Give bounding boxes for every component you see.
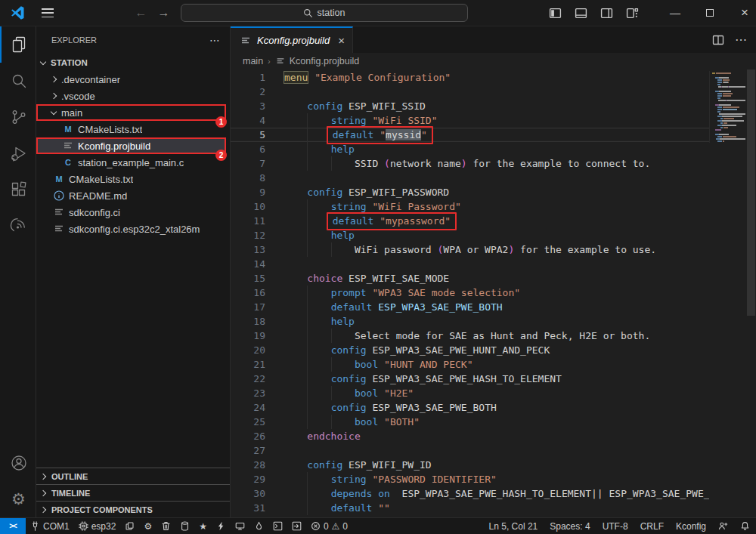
tab-close-icon[interactable]: × <box>338 34 345 47</box>
toggle-primary-sidebar-icon[interactable] <box>549 7 562 20</box>
code-line-16[interactable]: 16 prompt "WPA3 SAE mode selection" <box>231 286 709 300</box>
code-line-20[interactable]: 20 config ESP_WPA3_SAE_PWE_HUNT_AND_PECK <box>231 343 709 357</box>
back-icon[interactable]: ← <box>135 7 147 19</box>
code-line-29[interactable]: 29 string "PASSWORD IDENTIFIER" <box>231 472 709 486</box>
serial-port-item[interactable]: COM1 <box>26 518 74 534</box>
code-line-28[interactable]: 28 config ESP_WIFI_PW_ID <box>231 458 709 472</box>
editor-scrollbar[interactable] <box>746 69 756 517</box>
language-mode-item[interactable]: Kconfig <box>670 518 712 534</box>
search-tab-icon[interactable] <box>0 63 36 99</box>
explorer-item-sdkconfig-ci-esp32c2-xtal26m[interactable]: sdkconfig.ci.esp32c2_xtal26m <box>36 221 226 237</box>
import-project-button[interactable] <box>287 518 306 534</box>
explorer-tab-icon[interactable] <box>0 26 36 63</box>
build-button[interactable] <box>175 518 194 534</box>
erase-flash-button[interactable] <box>249 518 268 534</box>
explorer-item-cmakelists-txt[interactable]: MCMakeLists.txt <box>36 121 226 137</box>
line-number: 22 <box>231 372 284 386</box>
file-tree: STATION.devcontainer.vscodemain1MCMakeLi… <box>36 53 230 468</box>
vscode-window: ← → station — × <box>0 0 756 534</box>
explorer-item--devcontainer[interactable]: .devcontainer <box>36 71 226 88</box>
code-line-11[interactable]: 11 default "mypassword" <box>231 214 709 228</box>
toggle-panel-icon[interactable] <box>575 7 587 20</box>
code-line-4[interactable]: 4 string "WiFi SSID" <box>231 113 709 128</box>
code-editor[interactable]: 1menu "Example Configuration"23 config E… <box>231 69 756 517</box>
breadcrumb-folder[interactable]: main <box>243 56 263 66</box>
code-line-18[interactable]: 18 help <box>231 314 709 329</box>
explorer-item-readme-md[interactable]: README.md <box>36 187 226 204</box>
explorer-item-station[interactable]: STATION <box>36 54 226 71</box>
full-clean-button[interactable] <box>156 518 175 534</box>
search-input[interactable]: station <box>181 4 468 22</box>
explorer-item-kconfig-projbuild[interactable]: Kconfig.projbuild2 <box>36 137 226 154</box>
source-control-tab-icon[interactable] <box>0 99 36 135</box>
extensions-tab-icon[interactable] <box>0 171 36 208</box>
menuconfig-button[interactable]: ⚙ <box>139 518 156 534</box>
code-line-19[interactable]: 19 Select mode for SAE as Hunt and Peck,… <box>231 329 709 343</box>
minimap[interactable] <box>709 71 745 143</box>
device-target-item[interactable]: esp32 <box>74 518 121 534</box>
flash-method-button[interactable] <box>120 518 139 534</box>
close-button[interactable]: × <box>733 5 756 20</box>
terminal-button[interactable] <box>268 518 287 534</box>
minimize-button[interactable]: — <box>664 7 686 19</box>
code-line-14[interactable]: 14 <box>231 257 709 271</box>
code-line-25[interactable]: 25 bool "BOTH" <box>231 415 709 429</box>
code-line-3[interactable]: 3 config ESP_WIFI_SSID <box>231 99 709 113</box>
explorer-item-cmakelists-txt[interactable]: MCMakeLists.txt <box>36 171 226 187</box>
flash-device-button[interactable] <box>212 518 231 534</box>
code-line-22[interactable]: 22 config ESP_WPA3_SAE_PWE_HASH_TO_ELEME… <box>231 372 709 386</box>
explorer-item-main[interactable]: main1 <box>36 104 226 121</box>
line-number: 18 <box>231 314 284 329</box>
split-editor-icon[interactable] <box>712 34 724 46</box>
code-line-30[interactable]: 30 depends on ESP_WPA3_SAE_PWE_HASH_TO_E… <box>231 486 709 501</box>
code-line-1[interactable]: 1menu "Example Configuration" <box>231 70 709 85</box>
code-line-13[interactable]: 13 WiFi password (WPA or WPA2) for the e… <box>231 242 709 257</box>
code-line-31[interactable]: 31 default "" <box>231 501 709 515</box>
maximize-button[interactable] <box>699 7 721 19</box>
select-flash-button[interactable]: ★ <box>194 518 212 534</box>
run-debug-tab-icon[interactable] <box>0 135 36 171</box>
cursor-position-item[interactable]: Ln 5, Col 21 <box>483 518 544 534</box>
menu-icon[interactable] <box>42 8 54 17</box>
outline-section[interactable]: OUTLINE <box>36 468 230 484</box>
code-line-5[interactable]: 5 default "myssid" <box>231 128 709 142</box>
indentation-item[interactable]: Spaces: 4 <box>544 518 596 534</box>
code-line-12[interactable]: 12 help <box>231 228 709 242</box>
code-line-10[interactable]: 10 string "WiFi Password" <box>231 199 709 214</box>
toggle-secondary-sidebar-icon[interactable] <box>600 7 613 20</box>
account-icon[interactable] <box>0 445 36 481</box>
encoding-item[interactable]: UTF-8 <box>596 518 634 534</box>
code-line-2[interactable]: 2 <box>231 85 709 99</box>
code-line-24[interactable]: 24 config ESP_WPA3_SAE_PWE_BOTH <box>231 400 709 415</box>
explorer-item-station-example-main-c[interactable]: Cstation_example_main.c <box>36 154 226 171</box>
code-line-9[interactable]: 9 config ESP_WIFI_PASSWORD <box>231 185 709 199</box>
timeline-section[interactable]: TIMELINE <box>36 484 230 501</box>
feedback-icon[interactable] <box>712 518 734 534</box>
settings-gear-icon[interactable]: ⚙ <box>0 481 36 517</box>
project-components-section[interactable]: PROJECT COMPONENTS <box>36 501 230 517</box>
explorer-item-sdkconfig-ci[interactable]: sdkconfig.ci <box>36 204 226 221</box>
eol-item[interactable]: CRLF <box>634 518 670 534</box>
code-line-21[interactable]: 21 bool "HUNT AND PECK" <box>231 357 709 372</box>
editor-more-actions-icon[interactable]: ⋯ <box>735 32 747 47</box>
notifications-bell-icon[interactable] <box>734 518 756 534</box>
code-line-15[interactable]: 15 choice ESP_WIFI_SAE_MODE <box>231 271 709 286</box>
code-line-6[interactable]: 6 help <box>231 142 709 156</box>
code-line-8[interactable]: 8 <box>231 171 709 185</box>
problems-item[interactable]: 0 ⚠ 0 <box>306 518 352 534</box>
code-line-7[interactable]: 7 SSID (network name) for the example to… <box>231 156 709 171</box>
explorer-item--vscode[interactable]: .vscode <box>36 88 226 104</box>
forward-icon[interactable]: → <box>158 7 170 19</box>
customize-layout-icon[interactable] <box>626 7 639 20</box>
remote-indicator[interactable]: >< <box>0 518 26 534</box>
explorer-actions-icon[interactable]: ⋯ <box>209 34 221 46</box>
code-line-23[interactable]: 23 bool "H2E" <box>231 386 709 400</box>
code-line-27[interactable]: 27 <box>231 443 709 458</box>
monitor-device-button[interactable] <box>231 518 249 534</box>
espressif-idf-tab-icon[interactable] <box>0 208 36 244</box>
code-line-26[interactable]: 26 endchoice <box>231 429 709 443</box>
breadcrumb-file[interactable]: Kconfig.projbuild <box>290 56 359 66</box>
breadcrumb[interactable]: main › Kconfig.projbuild <box>231 53 756 69</box>
code-line-17[interactable]: 17 default ESP_WPA3_SAE_PWE_BOTH <box>231 300 709 314</box>
tab-kconfig-projbuild[interactable]: Kconfig.projbuild × <box>231 26 353 53</box>
